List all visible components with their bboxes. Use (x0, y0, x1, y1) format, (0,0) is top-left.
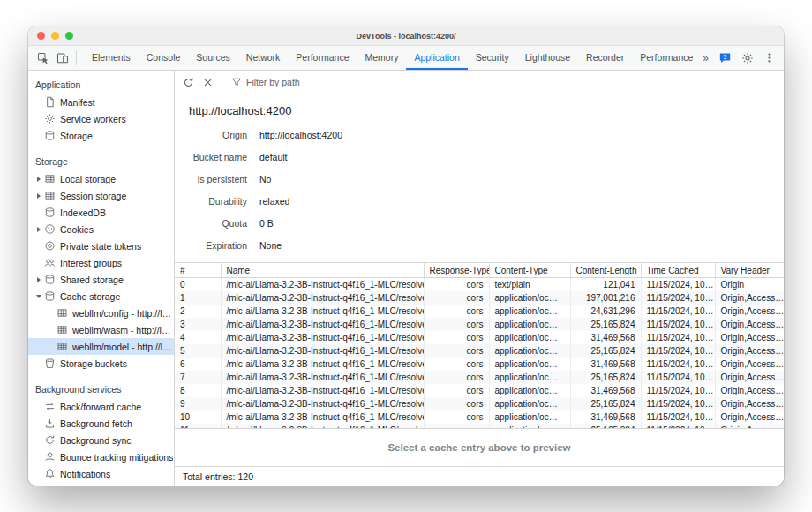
sidebar-item-manifest[interactable]: Manifest (28, 94, 174, 110)
tab-sources[interactable]: Sources (188, 46, 238, 70)
cell-rtype: cors (424, 397, 489, 410)
expand-right-icon[interactable] (34, 177, 43, 182)
issues-button[interactable]: 3 (718, 52, 732, 64)
sidebar-item-bounce-tracking-mitigations[interactable]: Bounce tracking mitigations (28, 448, 174, 465)
sidebar-section-title[interactable]: Background services (28, 380, 174, 398)
settings-button[interactable] (741, 52, 754, 64)
table-row[interactable]: 1/mlc-ai/Llama-3.2-3B-Instruct-q4f16_1-M… (175, 291, 784, 305)
zoom-window-button[interactable] (65, 32, 73, 40)
cell-clen: 31,469,568 (570, 331, 641, 344)
expand-right-icon[interactable] (34, 193, 43, 199)
sidebar-item-indexeddb[interactable]: IndexedDB (28, 204, 174, 221)
tab-console[interactable]: Console (139, 46, 189, 70)
sidebar-item-background-sync[interactable]: Background sync (28, 432, 174, 448)
expand-right-icon[interactable] (34, 277, 43, 282)
expand-down-icon[interactable] (34, 295, 43, 298)
table-row[interactable]: 0/mlc-ai/Llama-3.2-3B-Instruct-q4f16_1-M… (175, 278, 784, 291)
cell-time: 11/15/2024, 10… (641, 278, 715, 291)
tab-memory[interactable]: Memory (357, 46, 406, 70)
cell-time: 11/15/2024, 10… (641, 318, 715, 331)
application-sidebar: ApplicationManifestService workersStorag… (28, 71, 175, 486)
table-row[interactable]: 10/mlc-ai/Llama-3.2-3B-Instruct-q4f16_1-… (175, 410, 784, 424)
tab-security[interactable]: Security (468, 46, 517, 70)
toolbar-separator (222, 75, 222, 89)
sidebar-item-back-forward-cache[interactable]: Back/forward cache (28, 398, 174, 415)
sidebar-item-cache-storage[interactable]: Cache storage (28, 288, 174, 305)
column-header-response-type[interactable]: Response-Type (424, 263, 489, 278)
table-row[interactable]: 5/mlc-ai/Llama-3.2-3B-Instruct-q4f16_1-M… (175, 344, 784, 358)
more-options-button[interactable] (763, 52, 775, 64)
device-toolbar-button[interactable] (56, 52, 69, 64)
table-row[interactable]: 2/mlc-ai/Llama-3.2-3B-Instruct-q4f16_1-M… (175, 305, 784, 318)
sidebar-item-storage-buckets[interactable]: Storage buckets (28, 355, 174, 372)
tab-label: Security (476, 52, 509, 63)
sidebar-item-background-fetch[interactable]: Background fetch (28, 415, 174, 432)
tab-elements[interactable]: Elements (84, 46, 139, 70)
cell-rtype: cors (424, 305, 489, 318)
tab-network[interactable]: Network (238, 46, 289, 70)
sidebar-item-interest-groups[interactable]: Interest groups (28, 254, 174, 271)
tab-recorder[interactable]: Recorder (578, 46, 632, 70)
sidebar-section-title[interactable]: Storage (28, 152, 174, 170)
sidebar-item-webllm-model-http-loc[interactable]: webllm/model - http://loc… (28, 338, 174, 355)
sidebar-item-label: Shared storage (60, 275, 124, 285)
tab-application[interactable]: Application (406, 46, 467, 70)
sidebar-item-local-storage[interactable]: Local storage (28, 170, 174, 187)
tabbar-right-tools: » 3 (694, 46, 784, 70)
sidebar-item-notifications[interactable]: Notifications (28, 465, 174, 482)
refresh-button[interactable] (183, 77, 194, 88)
cell-n: 3 (175, 318, 221, 331)
cell-clen: 31,469,568 (570, 384, 641, 397)
tab-lighthouse[interactable]: Lighthouse (517, 46, 578, 70)
close-window-button[interactable] (37, 32, 45, 40)
sidebar-item-shared-storage[interactable]: Shared storage (28, 271, 174, 288)
sidebar-item-cookies[interactable]: Cookies (28, 221, 174, 237)
sidebar-item-webllm-wasm-http-loca[interactable]: webllm/wasm - http://loca… (28, 321, 174, 338)
column-header-[interactable]: # (175, 263, 221, 278)
cell-ctype: text/plain (489, 278, 570, 291)
column-header-content-length[interactable]: Content-Length (570, 263, 641, 278)
sidebar-item-label: Background sync (60, 435, 132, 446)
column-header-content-type[interactable]: Content-Type (489, 263, 570, 278)
preview-placeholder: Select a cache entry above to preview (387, 442, 570, 453)
tab-performance[interactable]: Performance (288, 46, 357, 70)
db-icon (43, 290, 56, 302)
cache-entries-table: #NameResponse-TypeContent-TypeContent-Le… (175, 262, 784, 428)
meta-label: Is persistent (189, 174, 247, 184)
sidebar-item-service-workers[interactable]: Service workers (28, 110, 174, 127)
table-row[interactable]: 6/mlc-ai/Llama-3.2-3B-Instruct-q4f16_1-M… (175, 358, 784, 371)
column-header-name[interactable]: Name (221, 263, 424, 278)
column-header-time-cached[interactable]: Time Cached (641, 263, 715, 278)
sidebar-item-private-state-tokens[interactable]: Private state tokens (28, 237, 174, 254)
origin-title: http://localhost:4200 (175, 94, 784, 119)
column-header-vary-header[interactable]: Vary Header (715, 263, 784, 278)
cache-meta-row: Originhttp://localhost:4200 (189, 124, 784, 146)
table-row[interactable]: 8/mlc-ai/Llama-3.2-3B-Instruct-q4f16_1-M… (175, 384, 784, 397)
sidebar-item-session-storage[interactable]: Session storage (28, 187, 174, 204)
cell-n: 7 (175, 371, 221, 384)
sidebar-item-storage[interactable]: Storage (28, 127, 174, 144)
filter-placeholder: Filter by path (246, 77, 300, 87)
bounce-icon (43, 451, 56, 463)
tab-label: Performance (296, 52, 349, 63)
inspect-element-button[interactable] (37, 52, 49, 64)
cell-n: 8 (175, 384, 221, 397)
more-tabs-button[interactable]: » (703, 53, 709, 64)
table-row[interactable]: 3/mlc-ai/Llama-3.2-3B-Instruct-q4f16_1-M… (175, 318, 784, 331)
delete-entry-button[interactable] (203, 78, 213, 87)
table-row[interactable]: 9/mlc-ai/Llama-3.2-3B-Instruct-q4f16_1-M… (175, 397, 784, 410)
tab-performance-insights[interactable]: Performance insights (632, 46, 694, 70)
cell-time: 11/15/2024, 10… (641, 371, 715, 384)
meta-label: Durability (189, 196, 247, 207)
table-row[interactable]: 4/mlc-ai/Llama-3.2-3B-Instruct-q4f16_1-M… (175, 331, 784, 344)
expand-right-icon[interactable] (34, 227, 43, 232)
sidebar-section-title[interactable]: Application (28, 75, 174, 94)
cell-rtype: cors (424, 291, 489, 305)
minimize-window-button[interactable] (51, 32, 59, 40)
backforward-icon (43, 401, 56, 412)
sidebar-item-webllm-config-http-loc[interactable]: webllm/config - http://loc… (28, 305, 174, 321)
meta-value: default (259, 152, 288, 162)
table-row[interactable]: 7/mlc-ai/Llama-3.2-3B-Instruct-q4f16_1-M… (175, 371, 784, 384)
sidebar-item-payment-handler[interactable]: Payment handler (28, 482, 174, 486)
filter-input[interactable]: Filter by path (231, 77, 300, 87)
